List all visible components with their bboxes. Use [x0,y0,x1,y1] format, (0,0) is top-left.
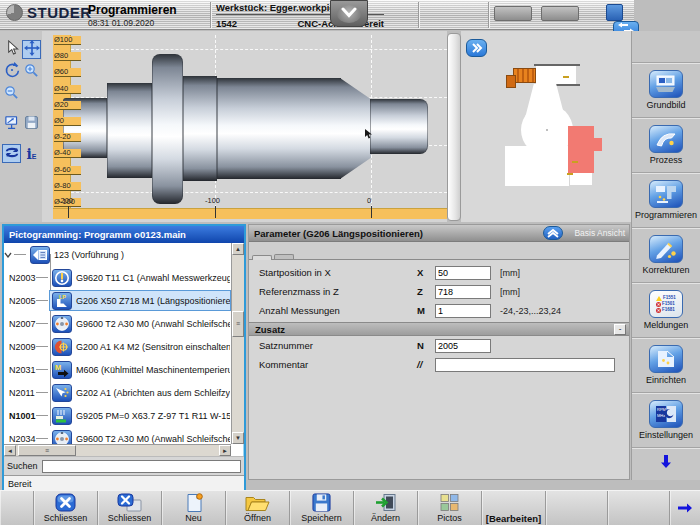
studer-cnc-ui: STUDER Programmieren 08:31 01.09.2020 We… [0,0,700,525]
field-input[interactable] [435,266,491,280]
double-chevron-up-icon [547,226,559,241]
zusatz-section-header: Zusatz - [249,322,629,336]
field-hint: [mm] [500,287,520,297]
softkey-next-page[interactable] [669,491,700,525]
tab-hilfe[interactable] [274,254,294,259]
rotate-icon [4,62,20,81]
workpiece-segment [370,99,428,154]
panel-collapse-button[interactable] [543,226,563,240]
program-line-row[interactable]: N2007 G9600 T2 A30 M0 (Anwahl Schleifsch… [4,312,231,335]
sidebar-more-button[interactable] [632,448,700,478]
graphics-toolbar: iE [0,31,42,222]
program-line-row[interactable]: 123 (Vorführung ) [4,243,231,266]
coolant-icon: M [52,361,72,379]
workpiece-segment [183,76,217,181]
fit-screen-button[interactable] [2,114,21,133]
field-input[interactable] [435,358,615,372]
machine-view-expand-button[interactable] [466,39,487,57]
save-view-icon [24,115,39,133]
machine-head-view [461,31,631,222]
scroll-right-button[interactable]: ► [219,445,231,456]
alarm-code: F1681 [662,307,675,313]
block-number: N1001 [4,411,36,421]
scrollbar-thumb[interactable]: ≡ [18,445,76,456]
section-collapse-button[interactable]: - [614,324,626,335]
scroll-down-button[interactable]: ▼ [232,432,244,444]
diameter-axis-label: Ø0 [54,117,81,126]
workpiece-graphics-area[interactable]: Ø100Ø80Ø60Ø40Ø20Ø0Ø-20Ø-40Ø-60Ø-80Ø-100 … [42,31,447,222]
meldungen-icon: F1551✕F1501✕F1681 [649,290,683,318]
parameter-panel-title: Parameter (G206 Längspositionieren) [254,228,423,239]
double-chevron-right-icon [471,41,483,56]
sidebar-item-programmieren[interactable]: Programmieren [632,173,700,228]
softkey-schliessen[interactable]: Schliessen [97,491,161,525]
studer-logo-text: STUDER [27,4,92,21]
info-button[interactable]: iE [22,144,41,163]
refresh-icon [4,146,20,162]
sidebar-item-einstellungen[interactable]: RPMMHz Einstellungen [632,393,700,448]
zoom-in-icon [24,63,39,81]
refresh-button[interactable] [2,144,21,163]
sidebar-item-korrekturen[interactable]: Korrekturen [632,228,700,283]
sidebar-item-meldungen[interactable]: F1551✕F1501✕F1681 Meldungen [632,283,700,338]
program-line-row[interactable]: N2034 G9600 T2 A30 M0 (Anwahl Schleifsch… [4,427,231,444]
header-separator [418,2,419,28]
program-line-text: G9600 T2 A30 M0 (Anwahl Schleifschei [76,434,231,444]
tab-parameter[interactable] [252,255,272,260]
header: STUDER Programmieren 08:31 01.09.2020 We… [0,0,634,30]
program-line-row[interactable]: N2009 G200 A1 K4 M2 (Sensitron einschalt… [4,335,231,358]
field-label: Anzahl Messungen [259,305,417,316]
z-axis-label: -100 [205,196,220,205]
sensitron-icon [52,338,72,356]
field-label: Satznummer [259,340,417,351]
softkey-bearbeiten[interactable]: [Bearbeiten] [481,491,545,525]
program-line-row[interactable]: N2011 G202 A1 (Abrichten aus dem Schleif… [4,381,231,404]
rotate-button[interactable] [2,62,21,81]
save-view-button[interactable] [22,114,41,133]
scroll-up-button[interactable]: ▲ [232,243,244,255]
program-line-text: G9620 T11 C1 (Anwahl Messwerkzeug) [76,273,231,283]
header-expand-button[interactable] [330,0,368,27]
softkey-schliessen[interactable]: Schliessen [33,491,97,525]
search-input[interactable] [42,460,241,473]
sidebar-item-einrichten[interactable]: Einrichten [632,338,700,393]
program-line-text: G202 A1 (Abrichten aus dem Schleifzyk [76,388,231,398]
field-n: Satznummer N [249,336,629,355]
softkey-neu[interactable]: Neu [161,491,225,525]
softkey-öffnen[interactable]: Öffnen [225,491,289,525]
save-icon [312,493,331,512]
field-input[interactable] [435,285,491,299]
block-number: N2031 [4,365,36,375]
program-line-row[interactable]: N2003 G9620 T11 C1 (Anwahl Messwerkzeug) [4,266,231,289]
scrollbar-thumb[interactable]: ≡ [232,311,244,337]
pointer-button[interactable] [2,40,21,59]
softkey-ändern[interactable]: Ändern [353,491,417,525]
tree-vertical-scrollbar[interactable]: ▲ ≡ ▼ [231,243,244,444]
change-icon [375,493,397,512]
field-input[interactable] [435,339,491,353]
tree-horizontal-scrollbar[interactable]: ◄ ≡ ► [4,444,231,456]
einstellungen-icon: RPMMHz [649,400,683,428]
gridline [71,192,447,193]
tree-collapse-icon[interactable] [4,250,14,260]
field-input[interactable] [435,304,491,318]
sidebar-item-prozess[interactable]: Prozess [632,118,700,173]
field-letter: N [417,340,435,351]
svg-text:RPM: RPM [657,407,666,412]
block-number: N2034 [4,434,36,444]
sidebar-item-grundbild[interactable]: Grundbild [632,63,700,118]
softkey-pictos[interactable]: Pictos [417,491,481,525]
zoom-in-button[interactable] [22,62,41,81]
view-mode-label: Basis Ansicht [574,228,625,238]
program-line-row[interactable]: N2005 LP G206 X50 Z718 M1 (Längsposition… [4,289,231,312]
zoom-out-button[interactable] [2,84,21,103]
pan-button[interactable] [22,40,41,59]
program-line-row[interactable]: N2031 M M606 (Kühlmittel Maschinentemper… [4,358,231,381]
zoom-out-icon [4,85,19,103]
softkey-speichern[interactable]: Speichern [289,491,353,525]
program-line-text: G9600 T2 A30 M0 (Anwahl Schleifschei [76,319,231,329]
graphics-vertical-scrollbar[interactable] [447,33,461,221]
scroll-left-button[interactable]: ◄ [4,445,16,456]
program-line-row[interactable]: N1001 G9205 PM=0 X63.7 Z-97 T1 R11 W-15 … [4,404,231,427]
tree-twig [36,369,48,370]
